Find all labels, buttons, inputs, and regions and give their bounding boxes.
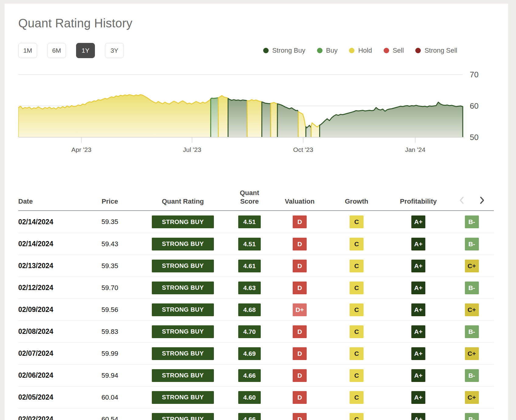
table-row: 02/12/2024 59.70 STRONG BUY 4.63 D C A+ … (18, 277, 494, 299)
cell-date: 02/02/2024 (18, 415, 80, 420)
profitability-grade-badge: A+ (411, 215, 425, 228)
cell-price: 59.70 (80, 284, 140, 292)
cell-date: 02/06/2024 (18, 371, 80, 380)
legend-item-buy[interactable]: Buy (317, 47, 338, 54)
valuation-grade-badge: D+ (293, 303, 307, 316)
profitability-grade-badge: A+ (411, 391, 425, 404)
profitability-grade-badge: A+ (411, 238, 425, 250)
range-button-1y[interactable]: 1Y (76, 43, 95, 58)
quant-rating-badge: STRONG BUY (152, 347, 214, 360)
quant-rating-card: Quant Rating History 1M6M1Y3Y Strong Buy… (5, 4, 508, 420)
cell-price: 59.94 (80, 372, 140, 380)
svg-text:50: 50 (470, 133, 479, 142)
extra-grade-badge: C+ (465, 391, 479, 404)
profitability-grade-badge: A+ (411, 303, 425, 316)
profitability-grade-badge: A+ (411, 369, 425, 382)
quant-score-badge: 4.51 (238, 215, 261, 228)
quant-score-badge: 4.66 (238, 413, 261, 420)
svg-text:Apr '23: Apr '23 (71, 146, 92, 153)
legend-dot-icon (384, 48, 389, 53)
range-button-6m[interactable]: 6M (47, 43, 66, 58)
valuation-grade-badge: D (293, 260, 307, 272)
cell-date: 02/08/2024 (18, 327, 80, 336)
range-button-1m[interactable]: 1M (18, 43, 37, 58)
valuation-grade-badge: D (293, 391, 307, 404)
legend-item-sell[interactable]: Sell (384, 47, 404, 54)
legend-dot-icon (317, 48, 322, 53)
table-row: 02/08/2024 59.83 STRONG BUY 4.70 D C A+ … (18, 320, 494, 342)
legend-item-strong-sell[interactable]: Strong Sell (415, 47, 457, 54)
quant-rating-badge: STRONG BUY (152, 413, 214, 420)
quant-rating-badge: STRONG BUY (152, 238, 214, 250)
column-header-date: Date (18, 197, 80, 206)
valuation-grade-badge: D (293, 347, 307, 360)
profitability-grade-badge: A+ (411, 282, 425, 294)
table-row: 02/07/2024 59.99 STRONG BUY 4.69 D C A+ … (18, 342, 494, 364)
growth-grade-badge: C (350, 369, 364, 382)
extra-grade-badge: B- (465, 282, 479, 294)
legend-label: Hold (358, 47, 372, 54)
quant-rating-badge: STRONG BUY (152, 215, 214, 228)
table-next-button[interactable] (478, 195, 486, 205)
valuation-grade-badge: D (293, 413, 307, 420)
growth-grade-badge: C (350, 260, 364, 272)
quant-score-badge: 4.70 (238, 325, 261, 338)
svg-text:60: 60 (470, 101, 479, 110)
profitability-grade-badge: A+ (411, 413, 425, 420)
table-column-pager (450, 195, 494, 205)
extra-grade-badge: C+ (465, 303, 479, 316)
valuation-grade-badge: D (293, 325, 307, 338)
cell-date: 02/12/2024 (18, 284, 80, 292)
column-header-quant-rating: Quant Rating (140, 197, 226, 206)
cell-price: 59.83 (80, 328, 140, 336)
profitability-grade-badge: A+ (411, 325, 425, 338)
growth-grade-badge: C (350, 413, 364, 420)
extra-grade-badge: C+ (465, 260, 479, 272)
column-header-growth: Growth (326, 197, 387, 206)
quant-rating-badge: STRONG BUY (152, 260, 214, 272)
quant-rating-badge: STRONG BUY (152, 282, 214, 294)
svg-text:70: 70 (470, 70, 479, 79)
extra-grade-badge: C+ (465, 347, 479, 360)
svg-text:Jul '23: Jul '23 (183, 146, 201, 153)
chevron-right-icon (479, 196, 485, 205)
range-button-3y[interactable]: 3Y (105, 43, 124, 58)
svg-text:Jan '24: Jan '24 (405, 146, 425, 153)
cell-date: 02/14/2024 (18, 218, 80, 226)
valuation-grade-badge: D (293, 238, 307, 250)
profitability-grade-badge: A+ (411, 260, 425, 272)
extra-grade-badge: B- (465, 369, 479, 382)
cell-price: 59.35 (80, 262, 140, 270)
table-row: 02/05/2024 60.04 STRONG BUY 4.60 D C A+ … (18, 386, 494, 408)
quant-rating-badge: STRONG BUY (152, 303, 214, 316)
quant-score-badge: 4.63 (238, 282, 261, 294)
growth-grade-badge: C (350, 325, 364, 338)
extra-grade-badge: B- (465, 215, 479, 228)
chart-area: 706050Apr '23Jul '23Oct '23Jan '24 (18, 64, 494, 156)
cell-price: 60.54 (80, 415, 140, 420)
growth-grade-badge: C (350, 303, 364, 316)
table-row: 02/06/2024 59.94 STRONG BUY 4.66 D C A+ … (18, 364, 494, 386)
page-title: Quant Rating History (18, 16, 494, 30)
rating-history-table: Date Price Quant Rating Quant Score Valu… (18, 170, 494, 420)
chart-controls-row: 1M6M1Y3Y Strong BuyBuyHoldSellStrong Sel… (18, 43, 494, 58)
legend-item-hold[interactable]: Hold (349, 47, 372, 54)
extra-grade-badge: B- (465, 413, 479, 420)
svg-text:Oct '23: Oct '23 (293, 146, 313, 153)
legend-label: Buy (326, 47, 338, 54)
legend-dot-icon (415, 48, 421, 53)
cell-price: 60.04 (80, 394, 140, 401)
legend-item-strong-buy[interactable]: Strong Buy (263, 47, 305, 54)
quant-score-badge: 4.69 (238, 347, 261, 360)
table-body: 02/14/2024 59.35 STRONG BUY 4.51 D C A+ … (18, 211, 494, 420)
cell-price: 59.43 (80, 240, 140, 248)
cell-date: 02/05/2024 (18, 393, 80, 401)
legend-label: Strong Sell (424, 47, 457, 54)
cell-date: 02/07/2024 (18, 349, 80, 358)
cell-date: 02/13/2024 (18, 262, 80, 270)
chart-legend: Strong BuyBuyHoldSellStrong Sell (263, 47, 457, 54)
table-prev-button[interactable] (458, 195, 466, 205)
table-row: 02/14/2024 59.35 STRONG BUY 4.51 D C A+ … (18, 211, 494, 233)
table-row: 02/09/2024 59.56 STRONG BUY 4.68 D+ C A+… (18, 299, 494, 320)
legend-dot-icon (349, 48, 354, 53)
